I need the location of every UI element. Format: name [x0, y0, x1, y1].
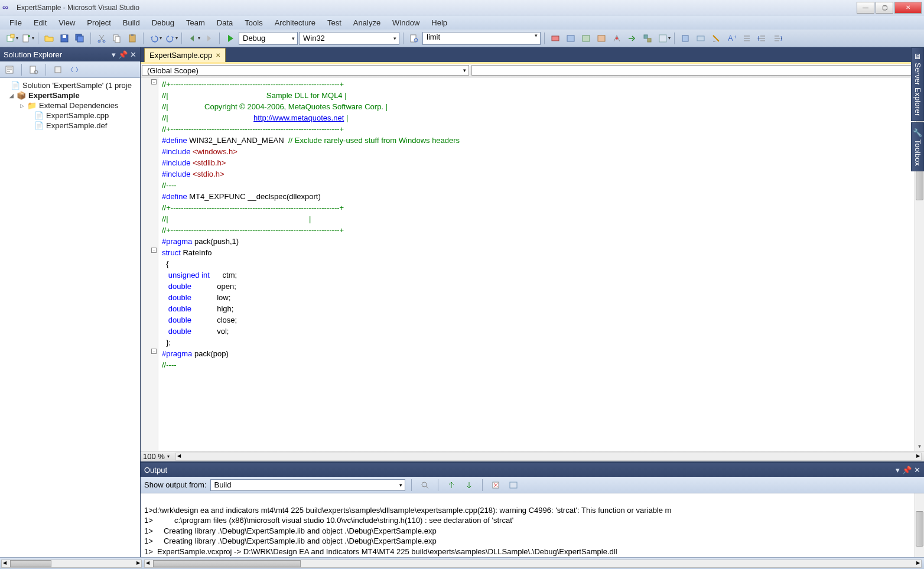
close-button[interactable]: ✕ — [894, 2, 922, 14]
menu-build[interactable]: Build — [118, 17, 145, 28]
quick-find-input[interactable]: limit — [422, 32, 541, 45]
output-hscrollbar[interactable]: ◀▶ — [144, 560, 922, 568]
save-all-button[interactable] — [73, 32, 87, 45]
svg-rect-1 — [11, 34, 14, 38]
def-file-label: ExpertSample.def — [46, 121, 107, 130]
svg-rect-17 — [583, 35, 590, 41]
menu-debug[interactable]: Debug — [147, 17, 179, 28]
menu-tools[interactable]: Tools — [240, 17, 267, 28]
minimize-button[interactable]: — — [857, 2, 874, 14]
scope-dropdown[interactable]: (Global Scope) — [142, 65, 469, 76]
server-explorer-tab[interactable]: 🖥Server Explorer — [911, 47, 924, 121]
paste-button[interactable] — [125, 32, 139, 45]
se-view-code-button[interactable] — [67, 63, 82, 76]
output-source-combo[interactable]: Build — [210, 479, 405, 491]
menu-team[interactable]: Team — [181, 17, 210, 28]
code-content: //+-------------------------------------… — [158, 77, 924, 372]
menu-analyze[interactable]: Analyze — [349, 17, 385, 28]
tool-icon-14[interactable] — [755, 32, 769, 45]
maximize-button[interactable]: ▢ — [876, 2, 893, 14]
zoom-dropdown-icon[interactable]: ▾ — [167, 454, 170, 459]
tree-cpp-file[interactable]: 📄ExpertSample.cpp — [0, 110, 140, 121]
main-toolbar: ▾ ▾ ▾ ▾ ▾ Debug Win32 limit ▾ A⁺ — [0, 30, 924, 47]
status-bar: ◀▶ ◀▶ — [0, 557, 924, 569]
menu-architecture[interactable]: Architecture — [270, 17, 320, 28]
panel-pin-icon[interactable]: 📌 — [902, 466, 912, 474]
find-in-files-button[interactable] — [407, 32, 421, 45]
tool-icon-9[interactable] — [678, 32, 692, 45]
menu-help[interactable]: Help — [427, 17, 452, 28]
output-wrap-button[interactable] — [506, 479, 520, 492]
tree-ext-deps[interactable]: ▷📁External Dependencies — [0, 100, 140, 110]
output-line: 1> c:\program files (x86)\microsoft visu… — [144, 516, 513, 525]
tool-icon-2[interactable] — [564, 32, 578, 45]
menu-view[interactable]: View — [54, 17, 80, 28]
nav-forward-button[interactable] — [201, 32, 216, 45]
menu-edit[interactable]: Edit — [29, 17, 51, 28]
se-show-all-button[interactable] — [27, 63, 41, 76]
ext-deps-label: External Dependencies — [39, 101, 118, 110]
menu-window[interactable]: Window — [388, 17, 424, 28]
cut-button[interactable] — [95, 32, 109, 45]
open-file-button[interactable] — [42, 32, 56, 45]
output-body[interactable]: 1>d:\wrk\design ea and indicators mt4\mt… — [141, 493, 924, 557]
tool-icon-12[interactable]: A⁺ — [724, 32, 738, 45]
output-prev-button[interactable] — [444, 479, 458, 492]
editor-zoom-row: 100 % ▾ ◀▶ — [141, 451, 924, 461]
fold-icon[interactable]: - — [151, 248, 157, 253]
output-clear-button[interactable] — [489, 479, 503, 492]
output-next-button[interactable] — [462, 479, 476, 492]
save-button[interactable] — [57, 32, 71, 45]
tool-icon-15[interactable] — [770, 32, 785, 45]
tool-icon-5[interactable] — [610, 32, 624, 45]
output-title: Output — [144, 466, 167, 474]
copy-button[interactable] — [110, 32, 124, 45]
panel-pin-icon[interactable]: 📌 — [118, 50, 128, 59]
svg-rect-2 — [23, 35, 28, 42]
svg-point-19 — [616, 37, 618, 40]
fold-icon[interactable]: - — [151, 79, 157, 84]
start-debug-button[interactable] — [223, 32, 237, 45]
scroll-down-icon[interactable]: ▼ — [915, 441, 924, 451]
editor-hscrollbar[interactable]: ◀▶ — [175, 453, 922, 461]
panel-close-icon[interactable]: ✕ — [130, 50, 136, 59]
se-hscrollbar[interactable]: ◀▶ — [1, 560, 142, 568]
output-line: 1>d:\wrk\design ea and indicators mt4\mt… — [144, 506, 671, 515]
tool-icon-4[interactable] — [594, 32, 609, 45]
menu-data[interactable]: Data — [212, 17, 237, 28]
panel-menu-icon[interactable]: ▾ — [896, 466, 900, 474]
svg-rect-15 — [552, 36, 559, 41]
panel-close-icon[interactable]: ✕ — [914, 466, 920, 474]
se-properties-button[interactable] — [2, 63, 17, 76]
se-refresh-button[interactable] — [51, 63, 65, 76]
tree-solution-node[interactable]: 📄Solution 'ExpertSample' (1 proje — [0, 80, 140, 90]
output-find-button[interactable] — [418, 479, 432, 492]
solution-config-combo[interactable]: Debug — [239, 32, 298, 45]
solution-platform-combo[interactable]: Win32 — [299, 32, 399, 45]
tool-icon-1[interactable] — [548, 32, 562, 45]
project-node-label: ExpertSample — [28, 91, 80, 100]
tool-icon-10[interactable] — [694, 32, 708, 45]
tree-def-file[interactable]: 📄ExpertSample.def — [0, 121, 140, 131]
editor-tab-active[interactable]: ExpertSample.cpp ✕ — [144, 48, 226, 62]
panel-menu-icon[interactable]: ▾ — [112, 50, 116, 59]
toolbox-tab[interactable]: 🔧Toolbox — [911, 122, 924, 171]
tab-close-icon[interactable]: ✕ — [216, 52, 220, 58]
svg-point-30 — [422, 482, 427, 487]
menu-project[interactable]: Project — [82, 17, 115, 28]
tool-icon-13[interactable] — [740, 32, 754, 45]
tool-icon-7[interactable] — [640, 32, 655, 45]
menu-test[interactable]: Test — [323, 17, 346, 28]
tool-icon-11[interactable] — [709, 32, 723, 45]
tool-icon-3[interactable] — [579, 32, 593, 45]
menu-file[interactable]: File — [5, 17, 27, 28]
output-vscrollbar[interactable] — [915, 493, 924, 557]
tree-project-node[interactable]: ◢📦ExpertSample — [0, 90, 140, 100]
fold-icon[interactable]: - — [151, 349, 157, 354]
code-editor[interactable]: - - - //+-------------------------------… — [141, 77, 924, 451]
member-dropdown[interactable] — [471, 65, 923, 76]
output-toolbar: Show output from: Build — [141, 477, 924, 493]
right-dock: 🖥Server Explorer 🔧Toolbox — [911, 47, 924, 171]
tool-icon-6[interactable] — [625, 32, 639, 45]
cpp-file-label: ExpertSample.cpp — [46, 111, 109, 120]
